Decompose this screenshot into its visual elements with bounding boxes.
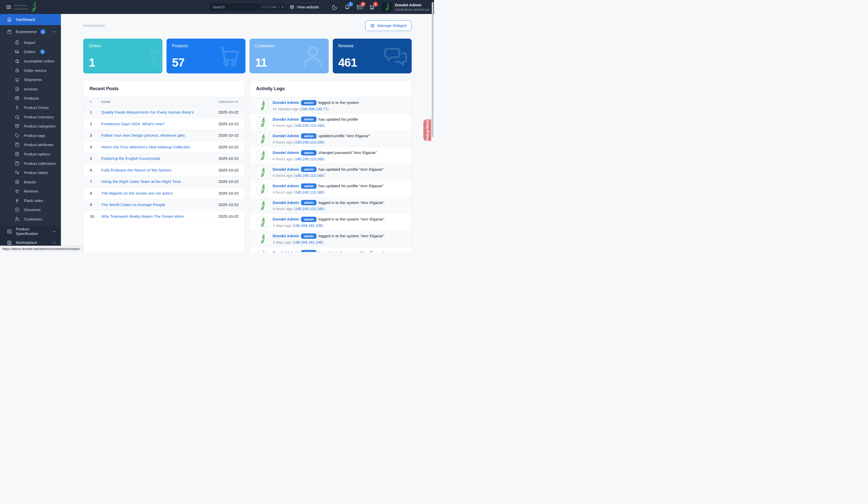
globe-icon	[290, 4, 294, 9]
sidebar-subitem-label: Product attributes	[24, 142, 54, 147]
activity-time: 4 hours ago (	[272, 140, 295, 144]
post-link[interactable]: Here's the First Valentino's New Makeup …	[101, 145, 211, 149]
activity-user-link[interactable]: Dondel Admin	[272, 134, 299, 138]
post-link[interactable]: The World Caters to Average People	[101, 202, 211, 207]
sidebar: Dashboard Ecommerce 1 Report Orders	[0, 14, 61, 252]
activity-user-link[interactable]: Dondel Admin	[272, 217, 299, 222]
debug-mode-tab[interactable]: Debug Mode	[423, 119, 431, 141]
sidebar-subitem[interactable]: Orders 1	[0, 47, 61, 57]
activity-ip-link[interactable]: 140.245.113.160	[295, 173, 323, 178]
view-website-button[interactable]: View website	[285, 2, 323, 12]
cart-watermark-icon	[145, 42, 163, 70]
sidebar-subitem[interactable]: Brands	[0, 177, 61, 187]
activity-meta-close: )	[323, 173, 324, 178]
sidebar-subitem-icon	[14, 123, 20, 129]
orders-cart-button[interactable]: 1	[369, 4, 375, 10]
activity-user-link[interactable]: Dondel Admin	[272, 251, 299, 252]
sidebar-subitem[interactable]: Report	[0, 38, 61, 47]
post-link[interactable]: Hiring the Right Sales Team at the Right…	[101, 179, 211, 184]
activity-ip-link[interactable]: 156.206.181.248	[294, 240, 322, 244]
post-date: 2025-10-22	[211, 202, 245, 207]
sidebar-subitem-label: Customers	[24, 217, 42, 221]
activity-ip-link[interactable]: 140.245.113.160	[295, 140, 323, 144]
notifications-button[interactable]: 1	[344, 4, 351, 10]
activity-time: 4 hours ago (	[272, 173, 295, 178]
activity-time: 4 hours ago (	[272, 123, 295, 128]
sidebar-subitem[interactable]: Shipments	[0, 75, 61, 84]
sidebar-subitem[interactable]: Product Inventory	[0, 112, 61, 122]
activity-ip-link[interactable]: 140.245.113.160	[295, 190, 323, 194]
sidebar-subitem[interactable]: Product options	[0, 149, 61, 159]
sidebar-item-ecommerce[interactable]: Ecommerce 1	[0, 26, 61, 38]
user-menu[interactable]: Dondel Admin info@demo.dondel.net	[382, 2, 430, 12]
theme-toggle-button[interactable]	[331, 4, 338, 10]
post-link[interactable]: Fully Embrace the Return of 90s fashion	[101, 168, 211, 172]
activity-user-link[interactable]: Dondel Admin	[272, 150, 299, 155]
moon-icon	[331, 4, 338, 10]
sidebar-subitem[interactable]: Incomplete orders	[0, 57, 61, 66]
sidebar-subitem-label: Orders	[24, 50, 35, 54]
activity-ip-link[interactable]: 156.206.135.71	[301, 107, 328, 111]
activity-user-link[interactable]: Dondel Admin	[272, 100, 299, 105]
menu-toggle-button[interactable]	[5, 3, 12, 11]
activity-user-link[interactable]: Dondel Admin	[272, 167, 299, 172]
activity-ip-link[interactable]: 140.245.113.160	[295, 206, 323, 211]
post-link[interactable]: Follow Your own Design process, whatever…	[101, 133, 211, 138]
manage-widgets-button[interactable]: Manage Widgets	[365, 20, 412, 31]
activity-time: 4 hours ago (	[272, 157, 295, 161]
sidebar-subitem[interactable]: Product Prices	[0, 103, 61, 112]
sidebar-subitem[interactable]: Product labels	[0, 168, 61, 177]
brand-logo[interactable]: مؤسسة ترياق لتقنية المعلومات	[13, 1, 37, 13]
sidebar-subitem[interactable]: Products	[0, 94, 61, 103]
post-row: 5 Exploring the English Countryside 2025…	[83, 153, 245, 165]
activity-ip-link[interactable]: 140.245.113.160	[295, 157, 323, 161]
post-link[interactable]: Freelancer Days 2024, What's new?	[101, 122, 211, 126]
sidebar-subitem[interactable]: Product attributes	[0, 140, 61, 150]
sidebar-subitem[interactable]: Invoices	[0, 84, 61, 94]
sidebar-subitem-icon	[14, 114, 20, 120]
post-number: 3	[83, 133, 101, 138]
sidebar-group-ecommerce: Ecommerce 1 Report Orders 1 Inc	[0, 25, 61, 226]
recent-posts-title: Recent Posts	[90, 86, 118, 91]
column-number: #	[83, 100, 101, 103]
activity-user-link[interactable]: Dondel Admin	[272, 117, 299, 122]
post-link[interactable]: Exploring the English Countryside	[101, 156, 211, 161]
sidebar-subitem[interactable]: Discounts	[0, 205, 61, 215]
stat-card-reviews[interactable]: Reviews 461	[333, 39, 412, 73]
activity-user-link[interactable]: Dondel Admin	[272, 184, 299, 188]
post-date: 2025-10-22	[211, 133, 245, 138]
sidebar-subitem[interactable]: Product collections	[0, 159, 61, 168]
activity-log-row: Dondel Admin admin logged in to the syst…	[250, 214, 411, 231]
activity-ip-link[interactable]: 156.206.181.248	[294, 223, 322, 228]
sidebar-subitem[interactable]: Order returns	[0, 66, 61, 75]
post-link[interactable]: Quality Foods Requirments For Every Huma…	[101, 110, 211, 114]
topbar-actions: View website 1 6 1	[285, 0, 430, 14]
stat-card-orders[interactable]: Orders 1	[83, 39, 163, 73]
sidebar-subitem[interactable]: Product tags	[0, 131, 61, 140]
sidebar-subitem[interactable]: Reviews	[0, 187, 61, 196]
post-link[interactable]: The litigants on the screen are not acto…	[101, 191, 211, 195]
stat-card-products[interactable]: Products 57	[166, 39, 246, 73]
activity-meta-close: )	[323, 190, 324, 194]
sidebar-subitem-badge: 1	[40, 49, 45, 54]
sidebar-item[interactable]: Product Specification	[0, 226, 61, 237]
sidebar-subitem[interactable]: Customers	[0, 214, 61, 224]
activity-log-body: Dondel Admin admin has updated his profi…	[272, 117, 358, 128]
sidebar-subitem[interactable]: Product categories	[0, 121, 61, 131]
sidebar-item-label: Product Specification	[16, 227, 49, 236]
activity-user-link[interactable]: Dondel Admin	[272, 200, 299, 205]
activity-ip-link[interactable]: 140.245.113.160	[295, 123, 323, 128]
activity-user-link[interactable]: Dondel Admin	[272, 234, 299, 238]
post-link[interactable]: Why Teamwork Really Makes The Dream Work	[101, 214, 211, 219]
sidebar-item-dashboard[interactable]: Dashboard	[0, 14, 61, 25]
search-input[interactable]: Search ctrl/cmd + k	[209, 2, 288, 11]
page-scrollbar[interactable]	[432, 2, 434, 137]
messages-button[interactable]: 6	[356, 4, 363, 10]
activity-log-row: Dondel Admin admin logged in to the syst…	[250, 97, 411, 114]
role-badge: admin	[301, 117, 316, 122]
notifications-badge: 1	[348, 2, 353, 7]
search-placeholder: Search	[213, 5, 259, 9]
activity-log-row: Dondel Admin admin changed password "Amr…	[250, 147, 411, 164]
stat-card-customers[interactable]: Customers 11	[249, 39, 329, 73]
sidebar-subitem[interactable]: Flash sales	[0, 196, 61, 205]
